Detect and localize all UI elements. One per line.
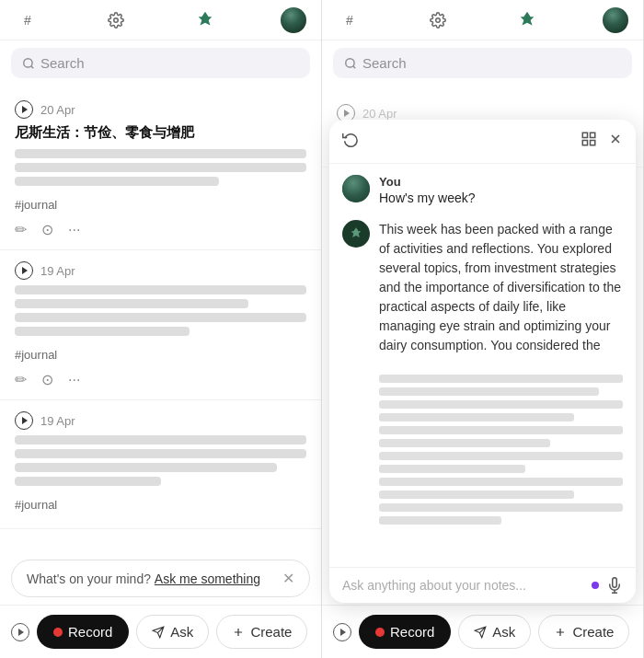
user-message: You How's my week? xyxy=(342,175,623,205)
check-icon-1[interactable]: ⊙ xyxy=(41,221,53,238)
send-icon-right xyxy=(474,626,487,639)
assistant-message-text: This week has been packed with a range o… xyxy=(379,220,623,529)
feed-actions-2: ✏ ⊙ ··· xyxy=(15,371,306,388)
play-icon-3[interactable] xyxy=(15,411,33,430)
left-search-bar[interactable]: Search xyxy=(11,48,310,78)
blurred-chat-1 xyxy=(379,375,623,383)
left-search-icon xyxy=(22,57,35,70)
right-bottom-play-icon[interactable] xyxy=(333,623,351,641)
left-user-avatar[interactable] xyxy=(281,7,306,33)
right-user-avatar[interactable] xyxy=(603,7,628,33)
user-message-text: How's my week? xyxy=(379,190,623,205)
left-ask-button[interactable]: Ask xyxy=(136,615,209,649)
svg-rect-4 xyxy=(582,133,587,137)
left-settings-icon[interactable] xyxy=(103,7,129,33)
chat-overlay: You How's my week? This week has been pa… xyxy=(329,120,636,603)
feed-tag-2: #journal xyxy=(15,348,57,362)
svg-point-1 xyxy=(24,58,32,66)
user-message-content: You How's my week? xyxy=(379,175,623,205)
more-icon-2[interactable]: ··· xyxy=(68,372,80,388)
create-icon-right xyxy=(554,626,567,639)
left-bottom-play-icon[interactable] xyxy=(11,623,29,641)
left-hash-icon[interactable]: # xyxy=(15,7,40,33)
blurred-3c xyxy=(15,463,277,472)
right-search-bar[interactable]: Search xyxy=(333,48,632,78)
chat-header xyxy=(329,120,636,164)
chat-messages: You How's my week? This week has been pa… xyxy=(329,164,636,567)
edit-icon-2[interactable]: ✏ xyxy=(15,371,27,388)
left-feed: 20 Apr 尼斯生活：节俭、零食与增肥 #journal ✏ ⊙ ··· 19… xyxy=(0,86,321,552)
blurred-3a xyxy=(15,435,306,444)
record-dot-icon-right xyxy=(375,628,385,637)
feed-item-3: 19 Apr #journal xyxy=(0,400,321,529)
feed-actions-1: ✏ ⊙ ··· xyxy=(15,221,306,238)
left-panel: # Search 20 Apr xyxy=(0,0,322,658)
left-search-placeholder: Search xyxy=(40,55,85,71)
right-hash-icon[interactable]: # xyxy=(337,7,362,33)
blurred-1b xyxy=(15,163,306,172)
blurred-2a xyxy=(15,285,306,294)
blurred-1a xyxy=(15,149,306,158)
whats-on-mind-bar[interactable]: What's on your mind? Ask me something ✕ xyxy=(11,560,310,597)
svg-point-0 xyxy=(114,17,119,22)
left-record-button[interactable]: Record xyxy=(37,615,129,649)
feed-tag-3: #journal xyxy=(15,498,57,512)
blurred-chat-7 xyxy=(379,452,623,460)
assistant-avatar xyxy=(342,220,370,248)
right-ask-button[interactable]: Ask xyxy=(458,615,531,649)
chat-header-actions xyxy=(581,131,623,152)
feed-title-1: 尼斯生活：节俭、零食与增肥 xyxy=(15,124,306,142)
message-author: You xyxy=(379,175,623,189)
blurred-3d xyxy=(15,477,161,486)
svg-point-3 xyxy=(346,58,354,66)
multiwindow-icon[interactable] xyxy=(581,131,597,152)
right-settings-icon[interactable] xyxy=(425,7,451,33)
left-nav-bar: # xyxy=(0,0,321,40)
blurred-chat-5 xyxy=(379,426,623,434)
assistant-message: This week has been packed with a range o… xyxy=(342,220,623,529)
right-panel: # Search 20 Apr xyxy=(322,0,644,658)
check-icon-2[interactable]: ⊙ xyxy=(41,371,53,388)
send-icon-left xyxy=(152,626,165,639)
blurred-3b xyxy=(15,449,306,458)
right-record-button[interactable]: Record xyxy=(359,615,451,649)
blurred-chat-6 xyxy=(379,439,550,447)
edit-icon-1[interactable]: ✏ xyxy=(15,221,27,238)
blurred-chat-4 xyxy=(379,413,574,421)
blurred-chat-2 xyxy=(379,387,599,396)
blurred-2c xyxy=(15,313,306,322)
svg-rect-5 xyxy=(591,133,595,137)
chat-input-bar[interactable]: Ask anything about your notes... xyxy=(329,567,636,603)
ask-me-link[interactable]: Ask me something xyxy=(155,571,260,586)
feed-item-1: 20 Apr 尼斯生活：节俭、零食与增肥 #journal ✏ ⊙ ··· xyxy=(0,89,321,250)
create-icon-left xyxy=(232,626,245,639)
right-nav-bar: # xyxy=(322,0,643,40)
right-bottom-bar: Record Ask Create xyxy=(322,605,643,658)
play-icon-2[interactable] xyxy=(15,261,33,280)
play-icon-1[interactable] xyxy=(15,100,33,119)
right-search-placeholder: Search xyxy=(362,55,407,71)
history-icon[interactable] xyxy=(342,131,359,152)
blurred-chat-9 xyxy=(379,478,623,486)
feed-date-3: 19 Apr xyxy=(40,414,75,428)
blurred-2b xyxy=(15,299,248,308)
right-search-icon xyxy=(344,57,357,70)
blurred-1c xyxy=(15,177,219,186)
blurred-2d xyxy=(15,327,190,336)
feed-date-1: 20 Apr xyxy=(40,103,75,117)
left-bottom-bar: Record Ask Create xyxy=(0,605,321,658)
chat-user-avatar xyxy=(342,175,370,202)
svg-rect-7 xyxy=(582,141,587,145)
svg-point-2 xyxy=(436,17,441,22)
mic-icon[interactable] xyxy=(606,577,623,594)
left-voila-icon[interactable] xyxy=(192,7,218,33)
right-create-button[interactable]: Create xyxy=(538,615,629,649)
left-create-button[interactable]: Create xyxy=(216,615,307,649)
more-icon-1[interactable]: ··· xyxy=(68,222,80,238)
whats-on-mind-close[interactable]: ✕ xyxy=(282,570,294,587)
close-chat-icon[interactable] xyxy=(608,132,623,151)
whats-on-mind-text: What's on your mind? Ask me something xyxy=(27,571,260,586)
right-voila-icon[interactable] xyxy=(514,7,540,33)
record-dot-icon xyxy=(53,628,63,637)
blurred-chat-11 xyxy=(379,503,623,512)
